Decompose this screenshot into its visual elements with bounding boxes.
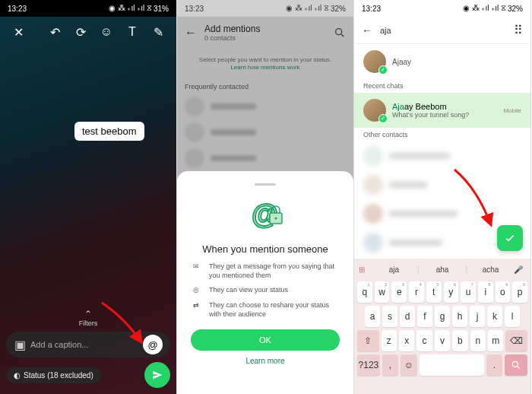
contact-row[interactable] <box>354 199 530 228</box>
contact-row[interactable] <box>177 94 353 119</box>
info-row: ⇄They can choose to reshare your status … <box>191 301 340 319</box>
key-c[interactable]: c <box>416 330 432 351</box>
key-o[interactable]: o9 <box>496 281 511 303</box>
svg-point-4 <box>275 218 277 220</box>
contact-result-selected[interactable]: ✓ Ajaay Beebom What's your tunnel song? … <box>354 93 530 128</box>
contact-status: What's your tunnel song? <box>392 111 469 119</box>
dialpad-icon[interactable]: ⠿ <box>514 23 523 37</box>
mentions-hint: Select people you want to mention in you… <box>177 49 353 80</box>
status-text-overlay[interactable]: test beebom <box>74 122 144 141</box>
sticker-icon[interactable]: ☺ <box>97 23 116 41</box>
key-s[interactable]: s <box>382 306 397 327</box>
recent-chats-label: Recent chats <box>354 79 530 93</box>
image-icon[interactable]: ▣ <box>14 338 26 352</box>
caption-input[interactable]: Add a caption... <box>26 340 143 349</box>
info-row: ◎They can view your status <box>191 286 340 295</box>
key-y[interactable]: y6 <box>444 281 459 303</box>
status-bar: 13:23 ◉ ⁂ ₊ıl ₊ıl ⧖32% <box>354 0 530 17</box>
reshare-icon: ⇄ <box>191 301 201 319</box>
key-x[interactable]: x <box>399 330 414 351</box>
key-w[interactable]: w2 <box>375 281 390 303</box>
clipboard-icon[interactable]: ⊞ <box>359 265 371 274</box>
contact-row[interactable] <box>177 145 353 171</box>
emoji-key[interactable]: ☺ <box>401 354 416 376</box>
suggestion[interactable]: aja <box>374 265 414 274</box>
ok-button[interactable]: OK <box>191 329 340 351</box>
results-body: ✓ Ajaay Recent chats ✓ Ajaay Beebom What… <box>354 44 530 259</box>
search-input[interactable]: aja <box>380 26 506 35</box>
contact-search-screen: 13:23 ◉ ⁂ ₊ıl ₊ıl ⧖32% ← aja ⠿ ✓ Ajaay R… <box>354 0 531 394</box>
key-n[interactable]: n <box>470 330 486 351</box>
check-icon <box>504 232 516 244</box>
back-icon[interactable]: ← <box>185 26 197 40</box>
contact-tag: Mobile <box>503 107 521 114</box>
contact-row[interactable] <box>354 141 530 170</box>
avatar: ✓ <box>363 99 386 122</box>
svg-point-5 <box>512 361 518 367</box>
selected-contact-chip[interactable]: ✓ Ajaay <box>354 44 530 79</box>
space-key[interactable] <box>420 354 484 376</box>
contact-name: Ajaay Beebom <box>392 102 469 111</box>
symbols-key[interactable]: ?123 <box>357 354 380 376</box>
key-m[interactable]: m <box>488 330 503 351</box>
mention-info-sheet: @ When you mention someone ✉They get a m… <box>177 171 353 394</box>
check-icon: ✓ <box>378 114 388 123</box>
key-b[interactable]: b <box>452 330 467 351</box>
send-button[interactable] <box>144 362 170 388</box>
search-key[interactable] <box>505 354 527 376</box>
crop-rotate-icon[interactable]: ⟳ <box>71 23 90 41</box>
backspace-key[interactable]: ⌫ <box>505 330 527 351</box>
key-r[interactable]: r4 <box>409 281 424 303</box>
confirm-fab[interactable] <box>497 225 523 251</box>
key-d[interactable]: d <box>400 306 415 327</box>
learn-more-link[interactable]: Learn more <box>245 357 284 365</box>
status-audience-chip[interactable]: ◐ Status (18 excluded) <box>6 367 101 383</box>
key-i[interactable]: i8 <box>478 281 493 303</box>
key-j[interactable]: j <box>470 306 485 327</box>
comma-key[interactable]: , <box>382 354 398 376</box>
chevron-up-icon: ⌃ <box>0 309 176 319</box>
learn-link[interactable]: Learn how mentions work <box>230 64 299 71</box>
status-icons: ◉ ⁂ ₊ıl ₊ıl ⧖31% <box>109 4 169 13</box>
back-icon[interactable]: ← <box>362 24 372 37</box>
key-q[interactable]: q1 <box>357 281 372 303</box>
text-icon[interactable]: T <box>123 23 141 41</box>
mic-icon[interactable]: 🎤 <box>514 265 526 274</box>
key-z[interactable]: z <box>382 330 397 351</box>
sheet-handle[interactable] <box>255 183 276 186</box>
contact-row[interactable] <box>177 119 353 145</box>
status-bar: 13:23 ◉ ⁂ ₊ıl ₊ıl ⧖32% <box>177 0 353 17</box>
undo-icon[interactable]: ↶ <box>46 23 64 41</box>
search-icon[interactable] <box>334 27 346 39</box>
shift-key[interactable]: ⇧ <box>357 330 379 351</box>
contact-row[interactable] <box>354 170 530 199</box>
eye-icon: ◎ <box>191 286 201 295</box>
svg-line-1 <box>341 34 344 37</box>
draw-icon[interactable]: ✎ <box>149 23 167 41</box>
mention-button[interactable]: @ <box>143 335 163 354</box>
status-audience-label: Status (18 excluded) <box>24 371 93 380</box>
key-t[interactable]: t5 <box>426 281 442 303</box>
key-l[interactable]: l <box>505 306 520 327</box>
status-time: 13:23 <box>185 5 204 13</box>
status-bar: 13:23 ◉ ⁂ ₊ıl ₊ıl ⧖31% <box>0 0 176 17</box>
close-icon[interactable]: ✕ <box>9 23 27 41</box>
status-time: 13:23 <box>8 5 27 13</box>
suggestion[interactable]: acha <box>470 265 511 274</box>
period-key[interactable]: . <box>486 354 502 376</box>
suggestion[interactable]: aha <box>423 265 463 274</box>
key-v[interactable]: v <box>435 330 450 351</box>
key-e[interactable]: e3 <box>391 281 407 303</box>
key-p[interactable]: p0 <box>512 281 527 303</box>
key-f[interactable]: f <box>417 306 432 327</box>
key-a[interactable]: a <box>365 306 380 327</box>
key-g[interactable]: g <box>435 306 450 327</box>
filters-toggle[interactable]: ⌃ Filters <box>0 309 176 327</box>
status-icons: ◉ ⁂ ₊ıl ₊ıl ⧖32% <box>286 4 346 13</box>
key-h[interactable]: h <box>452 306 467 327</box>
key-u[interactable]: u7 <box>461 281 476 303</box>
mentions-header: ← Add mentions 0 contacts <box>177 17 353 49</box>
keyboard: ⊞ aja | aha | acha 🎤 q1w2e3r4t5y6u7i8o9p… <box>354 259 530 394</box>
svg-line-6 <box>518 367 520 369</box>
key-k[interactable]: k <box>487 306 502 327</box>
